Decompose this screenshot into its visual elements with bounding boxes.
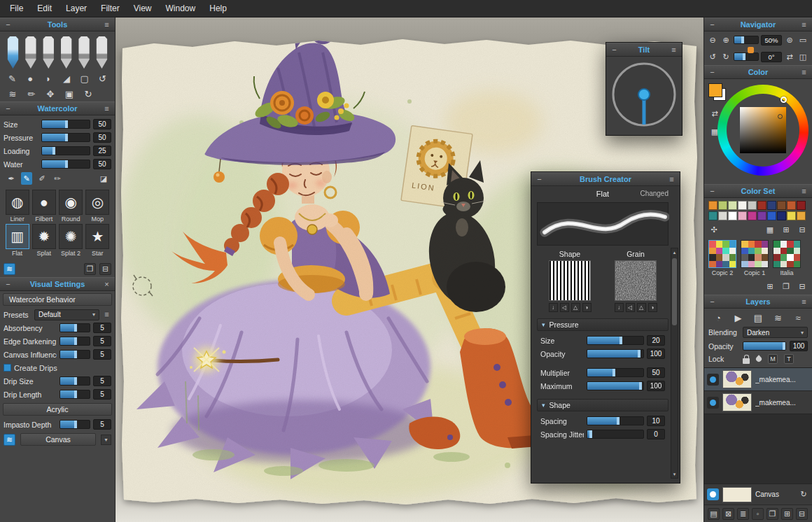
canvas-influence[interactable] xyxy=(59,350,90,359)
menu-item[interactable]: Filter xyxy=(94,1,127,16)
tools-panel-header[interactable]: − Tools ≡ xyxy=(0,17,115,31)
ink-pen-mode[interactable]: ✒ xyxy=(6,172,17,185)
slider-value[interactable]: 20 xyxy=(647,335,665,346)
color-swatch[interactable] xyxy=(718,201,727,210)
flat[interactable]: ▥ Flat xyxy=(5,224,29,257)
menu-item[interactable]: Help xyxy=(202,1,234,16)
color-set-item[interactable]: Italia xyxy=(773,240,801,276)
collapse-panel-button[interactable]: ⊟ xyxy=(99,263,111,275)
slider-value[interactable]: 50 xyxy=(93,132,111,143)
water[interactable] xyxy=(41,160,90,169)
slider-value[interactable]: 10 xyxy=(647,416,665,426)
collapse-icon[interactable]: − xyxy=(610,46,619,54)
slider-value[interactable]: 100 xyxy=(647,348,665,359)
zoom-slider[interactable] xyxy=(734,36,759,44)
slider-value[interactable]: 0 xyxy=(647,429,665,439)
grid-view-icon[interactable]: ▦ xyxy=(764,223,776,236)
slider-value[interactable]: 5 xyxy=(93,336,111,346)
layers-panel-header[interactable]: − Layers ≡ xyxy=(704,295,812,309)
merge-lock-toggle[interactable]: M xyxy=(768,354,778,364)
refresh-canvas-icon[interactable]: ↻ xyxy=(798,488,809,501)
slider-value[interactable]: 50 xyxy=(93,159,111,169)
zoom-out-icon[interactable]: ⊖ xyxy=(707,34,718,46)
filbert[interactable]: ● Filbert xyxy=(31,190,56,223)
flip-horizontal-icon[interactable]: ⇄ xyxy=(784,50,795,63)
paint-blend-mode[interactable]: ✏ xyxy=(52,172,63,185)
panel-menu-icon[interactable]: ≡ xyxy=(799,69,808,76)
round[interactable]: ◉ Round xyxy=(59,190,83,223)
navigator-header[interactable]: − Navigator ≡ xyxy=(704,17,812,31)
create-drips-checkbox[interactable] xyxy=(4,364,11,372)
panel-menu-icon[interactable]: ≡ xyxy=(669,46,678,54)
rotate-cw-icon[interactable]: ↻ xyxy=(720,50,732,63)
dry-tool[interactable]: ≋ xyxy=(6,87,20,100)
menu-item[interactable]: Edit xyxy=(30,1,59,16)
color-swatch[interactable] xyxy=(718,211,727,220)
color-swatch[interactable] xyxy=(767,211,776,220)
mop[interactable]: ◎ Mop xyxy=(85,190,110,223)
dry-layer-icon[interactable]: ≈ xyxy=(791,311,805,324)
canvas[interactable]: LION xyxy=(115,17,704,522)
invert-icon[interactable]: ◑ xyxy=(582,303,592,312)
collapse-icon[interactable]: − xyxy=(535,176,544,183)
color-set-item[interactable]: Copic 1 xyxy=(741,240,769,276)
panel-menu-icon[interactable]: ≡ xyxy=(799,298,808,306)
wet-the-layer-button[interactable]: ◦ xyxy=(752,508,764,520)
slider-value[interactable]: 25 xyxy=(93,146,111,156)
water-drop-tool[interactable]: ◗ xyxy=(42,72,55,85)
color-swatch[interactable] xyxy=(748,211,757,220)
slider-value[interactable]: 5 xyxy=(93,376,111,386)
color-swatch[interactable] xyxy=(757,201,766,210)
slider-value[interactable]: 50 xyxy=(647,367,665,378)
grain-thumbnail[interactable] xyxy=(615,260,657,301)
color-wheel[interactable] xyxy=(718,85,808,176)
zoom-in-icon[interactable]: ⊕ xyxy=(720,34,732,46)
wet-panel-toggle[interactable]: ▤ xyxy=(708,508,720,520)
color-set-header[interactable]: − Color Set ≡ xyxy=(704,184,812,198)
collapse-icon[interactable]: − xyxy=(708,188,717,195)
flat-brush[interactable] xyxy=(24,36,36,69)
rotation-value[interactable]: 0° xyxy=(761,52,782,62)
new-set-button[interactable]: ❐ xyxy=(780,280,792,292)
add-layer-button[interactable]: ⊞ xyxy=(781,508,793,520)
paint-mode[interactable]: ✎ xyxy=(21,172,32,185)
star[interactable]: ★ Star xyxy=(85,224,110,257)
fit-to-screen-icon[interactable]: ▭ xyxy=(797,34,808,46)
tilt-panel-header[interactable]: − Tilt ≡ xyxy=(606,43,682,57)
slider-value[interactable]: 100 xyxy=(647,381,665,391)
smudge-tool[interactable]: ● xyxy=(24,72,37,85)
pressure[interactable] xyxy=(41,133,90,142)
presets-menu-icon[interactable]: ≡ xyxy=(102,311,111,318)
group-button[interactable]: ≣ xyxy=(737,508,749,520)
scrollbar-thumb[interactable] xyxy=(672,258,677,325)
splat[interactable]: ✹ Splat xyxy=(31,224,56,257)
menu-item[interactable]: Window xyxy=(159,1,203,16)
blending-dropdown[interactable]: Darken ▾ xyxy=(743,327,808,338)
add-color-button[interactable]: ⊞ xyxy=(780,223,792,236)
opacity[interactable] xyxy=(587,349,644,358)
drip-length[interactable] xyxy=(59,390,90,399)
size[interactable] xyxy=(587,336,644,345)
close-icon[interactable]: × xyxy=(102,281,111,288)
color-panel-header[interactable]: − Color ≡ xyxy=(704,65,812,79)
import-icon[interactable]: ↓ xyxy=(549,303,558,312)
slider-value[interactable]: 5 xyxy=(93,389,111,400)
remove-layer-button[interactable]: ⊟ xyxy=(796,508,808,520)
select-tool[interactable]: ▣ xyxy=(62,87,76,100)
splat-2[interactable]: ✺ Splat 2 xyxy=(59,224,83,257)
crop-tool[interactable]: ▢ xyxy=(78,72,91,85)
round-watercolor-brush[interactable] xyxy=(7,36,19,69)
collapse-icon[interactable]: − xyxy=(4,21,13,29)
lock-icon[interactable] xyxy=(743,358,750,364)
flip-icon[interactable]: ◁ xyxy=(626,303,635,312)
multiplier[interactable] xyxy=(587,368,644,377)
fan-brush[interactable] xyxy=(96,36,108,69)
collapse-icon[interactable]: − xyxy=(708,298,717,306)
acrylic-section[interactable]: Acrylic xyxy=(3,403,112,416)
mop-brush[interactable] xyxy=(78,36,90,69)
color-swatch[interactable] xyxy=(738,211,747,220)
pressure-section-header[interactable]: ▾ Pressure xyxy=(537,318,668,331)
layer-row[interactable]: _makemea... xyxy=(704,391,812,414)
duplicate-preset-button[interactable]: ❐ xyxy=(84,263,96,275)
import-icon[interactable]: ↓ xyxy=(615,303,624,312)
